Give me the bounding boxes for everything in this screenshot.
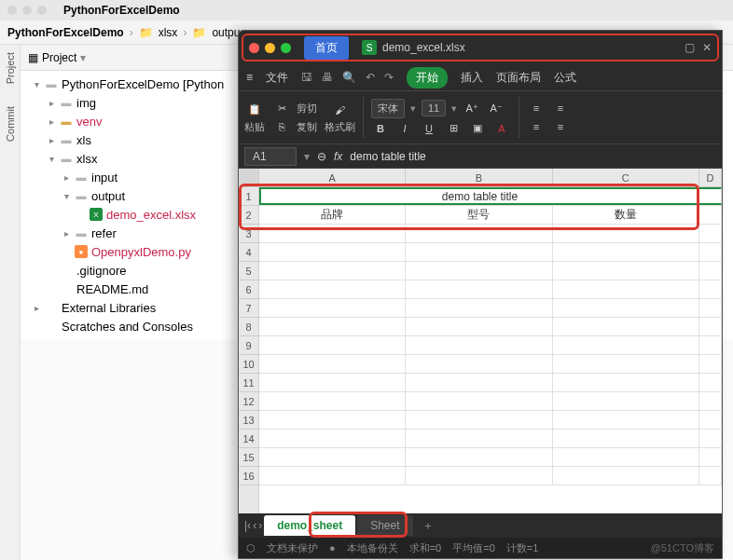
menu-file[interactable]: 文件 — [266, 70, 288, 86]
row-header[interactable]: 14 — [239, 430, 258, 448]
fill-icon[interactable]: ▣ — [468, 120, 487, 137]
file-tab[interactable]: S demo_excel.xlsx — [362, 40, 465, 55]
print-icon[interactable]: 🖶 — [322, 71, 333, 84]
add-sheet-icon[interactable]: ＋ — [415, 518, 441, 534]
save-icon[interactable]: 🖫 — [301, 71, 312, 84]
row-header[interactable]: 7 — [239, 299, 258, 318]
col-header[interactable]: C — [553, 169, 699, 186]
align-center-icon[interactable]: ≡ — [551, 118, 570, 135]
row-header[interactable]: 13 — [239, 411, 258, 430]
cell[interactable]: 数量 — [553, 206, 699, 224]
row-header[interactable]: 8 — [239, 318, 258, 336]
font-size-select[interactable]: 11 — [422, 100, 446, 116]
status-protect: 文档未保护 — [267, 541, 318, 555]
fx-icon[interactable]: fx — [334, 150, 342, 163]
row-header[interactable]: 1 — [239, 187, 258, 206]
align-mid-icon[interactable]: ≡ — [551, 100, 570, 116]
cell[interactable]: demo table title — [259, 187, 699, 205]
first-sheet-icon[interactable]: |‹ — [244, 519, 251, 532]
cell[interactable]: 品牌 — [259, 206, 406, 224]
breadcrumb-item[interactable]: xlsx — [159, 26, 178, 39]
paste-icon[interactable]: 📋 — [245, 102, 264, 118]
gutter-tab-project[interactable]: Project — [5, 52, 16, 84]
row-header[interactable]: 12 — [239, 392, 258, 411]
formula-value[interactable]: demo table title — [350, 150, 425, 163]
copy-icon[interactable]: ⎘ — [272, 118, 291, 135]
cell[interactable]: 型号 — [406, 206, 552, 224]
grid-row[interactable] — [259, 355, 722, 374]
close-tab-icon[interactable]: ✕ — [702, 41, 712, 54]
grid-row[interactable] — [259, 243, 722, 262]
font-select[interactable]: 宋体 — [371, 99, 405, 118]
border-icon[interactable]: ⊞ — [444, 120, 463, 137]
col-header[interactable]: A — [259, 169, 406, 186]
row-header[interactable]: 11 — [239, 374, 258, 392]
breadcrumb-item[interactable]: outpu — [212, 26, 240, 39]
bold-icon[interactable]: B — [371, 120, 390, 137]
spreadsheet-grid[interactable]: 12345678910111213141516 ABCD demo table … — [239, 169, 722, 513]
grid-row[interactable] — [259, 467, 722, 485]
row-header[interactable]: 3 — [239, 225, 258, 243]
grid-row[interactable] — [259, 318, 722, 336]
prev-sheet-icon[interactable]: ‹ — [253, 519, 256, 532]
row-header[interactable]: 6 — [239, 280, 258, 299]
align-top-icon[interactable]: ≡ — [527, 100, 546, 116]
grid-row[interactable] — [259, 280, 722, 299]
redo-icon[interactable]: ↷ — [384, 71, 394, 84]
cancel-icon[interactable]: ⊖ — [317, 150, 326, 163]
close-icon[interactable] — [249, 43, 259, 53]
next-sheet-icon[interactable]: › — [258, 519, 262, 532]
row-header[interactable]: 15 — [239, 448, 258, 467]
row-header[interactable]: 2 — [239, 206, 258, 225]
dropdown-icon[interactable]: ▾ — [304, 150, 310, 163]
col-header[interactable]: B — [406, 169, 552, 186]
cell-reference[interactable]: A1 — [244, 147, 297, 166]
underline-icon[interactable]: U — [420, 120, 438, 137]
menu-insert[interactable]: 插入 — [461, 70, 483, 86]
minimize-icon[interactable] — [265, 43, 275, 53]
undo-icon[interactable]: ↶ — [366, 71, 375, 84]
menu-formula[interactable]: 公式 — [554, 70, 576, 86]
align-left-icon[interactable]: ≡ — [527, 118, 546, 135]
sheet-tab-active[interactable]: demo_sheet — [264, 515, 355, 536]
row-header[interactable]: 9 — [239, 336, 258, 355]
grid-row[interactable] — [259, 336, 722, 355]
col-header[interactable]: D — [699, 169, 722, 186]
grid-row[interactable] — [259, 430, 722, 448]
row-header[interactable]: 5 — [239, 262, 258, 280]
grid-row[interactable]: demo table title — [259, 187, 722, 206]
grid-row[interactable] — [259, 225, 722, 243]
grid-row[interactable] — [259, 448, 722, 467]
grid-row[interactable]: 品牌型号数量 — [259, 206, 722, 225]
row-header[interactable]: 10 — [239, 355, 258, 374]
grid-row[interactable] — [259, 262, 722, 280]
traffic-light-icon[interactable] — [22, 6, 32, 15]
sheet-tab[interactable]: Sheet — [357, 515, 412, 536]
window-icon[interactable]: ▢ — [685, 41, 695, 54]
excel-window: 首页 S demo_excel.xlsx ▢ ✕ ≡ 文件 🖫 🖶 🔍 ↶ ↷ … — [238, 30, 723, 559]
font-color-icon[interactable]: A — [492, 120, 511, 137]
grid-row[interactable] — [259, 299, 722, 318]
maximize-icon[interactable] — [281, 43, 291, 53]
grid-row[interactable] — [259, 374, 722, 392]
row-header[interactable]: 4 — [239, 243, 258, 262]
menu-icon[interactable]: ≡ — [246, 71, 253, 84]
home-tab[interactable]: 首页 — [304, 36, 349, 60]
row-header[interactable]: 16 — [239, 467, 258, 485]
decrease-font-icon[interactable]: A⁻ — [487, 100, 505, 116]
preview-icon[interactable]: 🔍 — [342, 71, 356, 84]
grid-row[interactable] — [259, 392, 722, 411]
gutter-tab-commit[interactable]: Commit — [5, 106, 16, 142]
dropdown-icon[interactable]: ▾ — [80, 51, 86, 64]
menu-start[interactable]: 开始 — [407, 67, 448, 89]
grid-row[interactable] — [259, 411, 722, 430]
increase-font-icon[interactable]: A⁺ — [463, 100, 481, 116]
cut-icon[interactable]: ✂ — [272, 100, 291, 116]
menu-layout[interactable]: 页面布局 — [496, 70, 541, 86]
format-painter-icon[interactable]: 🖌 — [331, 102, 350, 118]
italic-icon[interactable]: I — [395, 120, 414, 137]
breadcrumb-item[interactable]: PythonForExcelDemo — [7, 26, 124, 39]
project-icon: ▦ — [28, 51, 38, 64]
traffic-light-icon[interactable] — [37, 6, 47, 15]
traffic-light-icon[interactable] — [7, 6, 17, 15]
